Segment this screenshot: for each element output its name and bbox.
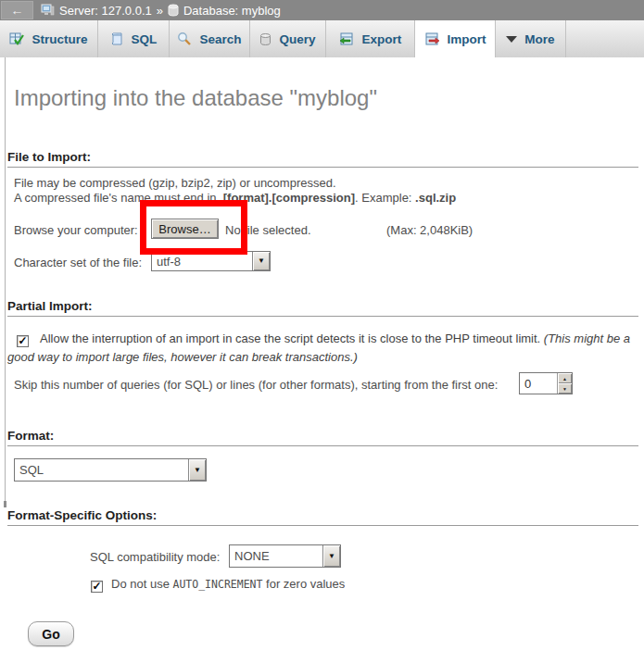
breadcrumb: Server: 127.0.0.1 » Database: myblog xyxy=(41,4,281,18)
compression-note-line1: File may be compressed (gzip, bzip2, zip… xyxy=(14,176,336,190)
breadcrumb-separator: » xyxy=(157,4,163,18)
export-icon xyxy=(339,31,355,46)
tab-label: Structure xyxy=(32,32,87,46)
max-size-text: (Max: 2,048KiB) xyxy=(386,223,473,237)
dropdown-arrow-icon[interactable]: ▼ xyxy=(322,545,340,567)
sql-icon xyxy=(110,31,124,46)
query-icon xyxy=(259,32,271,46)
sql-compatibility-label: SQL compatibility mode: xyxy=(90,550,220,564)
note-text: A compressed file's name must end in xyxy=(14,191,220,205)
back-button[interactable]: ← xyxy=(1,1,33,19)
import-icon xyxy=(424,31,440,46)
spinner-down-icon[interactable]: ▼ xyxy=(558,383,572,394)
sql-compatibility-value: NONE xyxy=(230,545,322,567)
tab-label: Search xyxy=(199,32,241,46)
charset-selected-value: utf-8 xyxy=(152,252,252,270)
tab-bar: Structure SQL Search Query xyxy=(0,20,644,57)
tab-label: Query xyxy=(279,32,315,46)
no-file-selected-text: No file selected. xyxy=(225,223,311,237)
allow-interruption-row: ✓Allow the interruption of an import in … xyxy=(7,330,634,367)
section-heading-format: Format: xyxy=(7,429,638,446)
search-icon xyxy=(177,31,192,46)
section-heading-format-specific: Format-Specific Options: xyxy=(7,508,638,526)
note-text: . Example: xyxy=(355,191,415,205)
caret-down-icon xyxy=(506,36,517,43)
allow-interruption-label: Allow the interruption of an import in c… xyxy=(40,332,544,345)
structure-icon xyxy=(9,31,24,46)
tab-label: Export xyxy=(362,32,402,46)
dropdown-arrow-icon[interactable]: ▼ xyxy=(252,252,270,270)
spinner-up-icon[interactable]: ▲ xyxy=(558,373,572,383)
tab-sql[interactable]: SQL xyxy=(98,20,170,57)
allow-interruption-checkbox[interactable]: ✓ xyxy=(17,335,29,347)
zero-values-label-suffix: for zero values xyxy=(262,577,345,591)
back-arrow-icon: ← xyxy=(11,4,24,17)
zero-values-label-prefix: Do not use xyxy=(111,577,173,591)
breadcrumb-server[interactable]: Server: 127.0.0.1 xyxy=(59,4,152,18)
frame-divider xyxy=(5,57,6,507)
format-selected-value: SQL xyxy=(15,459,188,481)
dropdown-arrow-icon[interactable]: ▼ xyxy=(188,459,206,481)
charset-select[interactable]: utf-8 ▼ xyxy=(151,251,271,271)
format-select[interactable]: SQL ▼ xyxy=(14,458,207,482)
skip-queries-label: Skip this number of queries (for SQL) or… xyxy=(14,378,498,392)
tab-query[interactable]: Query xyxy=(250,20,326,57)
charset-label: Character set of the file: xyxy=(14,256,142,269)
browse-button[interactable]: Browse… xyxy=(151,219,219,239)
server-icon xyxy=(41,4,55,17)
zero-values-checkbox[interactable]: ✓ xyxy=(91,581,103,593)
note-example: .sql.zip xyxy=(415,191,456,205)
tab-structure[interactable]: Structure xyxy=(0,20,98,57)
skip-queries-input[interactable]: 0 ▲ ▼ xyxy=(519,372,573,394)
breadcrumb-database[interactable]: Database: myblog xyxy=(183,4,281,18)
sql-compatibility-select[interactable]: NONE ▼ xyxy=(229,544,341,568)
zero-values-code: AUTO_INCREMENT xyxy=(173,578,263,591)
section-heading-file-to-import: File to Import: xyxy=(7,150,638,168)
page-title: Importing into the database "myblog" xyxy=(14,85,377,111)
tab-more[interactable]: More xyxy=(496,20,566,57)
tab-label: SQL xyxy=(132,32,158,46)
skip-queries-value: 0 xyxy=(520,373,557,394)
section-heading-partial-import: Partial Import: xyxy=(7,299,638,317)
note-format-pattern: .[format].[compression] xyxy=(220,191,355,205)
breadcrumb-bar: ← Server: 127.0.0.1 » Database: myblog xyxy=(0,0,644,20)
go-button[interactable]: Go xyxy=(28,621,74,646)
tab-label: Import xyxy=(448,32,486,46)
tab-import[interactable]: Import xyxy=(415,20,496,57)
browse-label: Browse your computer: xyxy=(14,223,138,237)
tab-label: More xyxy=(524,32,554,46)
zero-values-row: ✓Do not use AUTO_INCREMENT for zero valu… xyxy=(91,577,345,593)
compression-note-line2: A compressed file's name must end in .[f… xyxy=(14,191,456,205)
tab-export[interactable]: Export xyxy=(326,20,415,57)
phpmyadmin-import-page: ← Server: 127.0.0.1 » Database: myblog xyxy=(0,0,644,663)
database-icon xyxy=(168,4,179,17)
tab-search[interactable]: Search xyxy=(170,20,250,57)
